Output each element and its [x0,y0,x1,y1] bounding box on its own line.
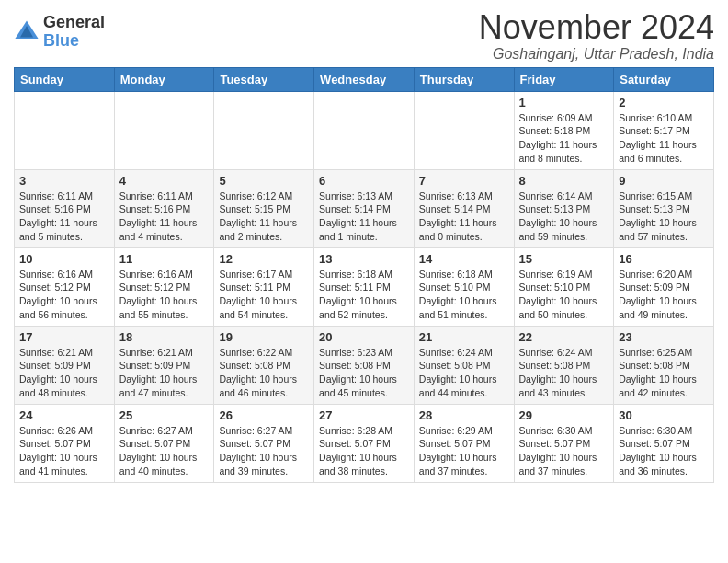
calendar-cell: 8Sunrise: 6:14 AM Sunset: 5:13 PM Daylig… [514,169,614,247]
day-number: 26 [219,408,309,422]
day-number: 28 [419,408,509,422]
calendar-cell: 22Sunrise: 6:24 AM Sunset: 5:08 PM Dayli… [514,326,614,404]
calendar-cell: 26Sunrise: 6:27 AM Sunset: 5:07 PM Dayli… [214,404,314,482]
day-number: 20 [319,330,409,344]
day-number: 1 [519,96,609,109]
calendar-cell: 10Sunrise: 6:16 AM Sunset: 5:12 PM Dayli… [15,247,115,326]
calendar-cell: 5Sunrise: 6:12 AM Sunset: 5:15 PM Daylig… [214,169,314,247]
calendar-cell: 1Sunrise: 6:09 AM Sunset: 5:18 PM Daylig… [514,91,614,169]
day-number: 24 [19,408,109,422]
calendar-cell [314,91,415,169]
day-number: 16 [619,252,709,266]
calendar-header: SundayMondayTuesdayWednesdayThursdayFrid… [15,67,714,91]
logo-text: General Blue [43,14,105,51]
column-header-sunday: Sunday [15,67,115,91]
day-info: Sunrise: 6:13 AM Sunset: 5:14 PM Dayligh… [319,190,409,244]
day-info: Sunrise: 6:11 AM Sunset: 5:16 PM Dayligh… [19,190,109,244]
day-number: 9 [619,174,709,188]
day-info: Sunrise: 6:23 AM Sunset: 5:08 PM Dayligh… [319,346,409,400]
day-info: Sunrise: 6:13 AM Sunset: 5:14 PM Dayligh… [419,190,509,244]
day-info: Sunrise: 6:21 AM Sunset: 5:09 PM Dayligh… [19,346,109,400]
calendar-cell: 30Sunrise: 6:30 AM Sunset: 5:07 PM Dayli… [614,404,714,482]
calendar-cell: 20Sunrise: 6:23 AM Sunset: 5:08 PM Dayli… [314,326,415,404]
week-row-3: 10Sunrise: 6:16 AM Sunset: 5:12 PM Dayli… [15,247,714,326]
day-number: 19 [219,330,309,344]
day-number: 5 [219,174,309,188]
day-number: 10 [19,252,109,266]
calendar-cell: 29Sunrise: 6:30 AM Sunset: 5:07 PM Dayli… [514,404,614,482]
week-row-5: 24Sunrise: 6:26 AM Sunset: 5:07 PM Dayli… [15,404,714,482]
day-number: 30 [619,408,709,422]
day-info: Sunrise: 6:15 AM Sunset: 5:13 PM Dayligh… [619,190,709,244]
calendar-cell: 24Sunrise: 6:26 AM Sunset: 5:07 PM Dayli… [15,404,115,482]
column-header-tuesday: Tuesday [214,67,314,91]
calendar-cell: 28Sunrise: 6:29 AM Sunset: 5:07 PM Dayli… [414,404,514,482]
day-info: Sunrise: 6:27 AM Sunset: 5:07 PM Dayligh… [119,424,210,478]
month-title: November 2024 [479,9,714,46]
day-number: 25 [119,408,210,422]
day-number: 14 [419,252,509,266]
day-number: 2 [619,96,709,109]
day-info: Sunrise: 6:28 AM Sunset: 5:07 PM Dayligh… [319,424,409,478]
day-number: 11 [119,252,210,266]
day-info: Sunrise: 6:21 AM Sunset: 5:09 PM Dayligh… [119,346,210,400]
logo-icon [14,19,40,45]
location-subtitle: Goshainganj, Uttar Pradesh, India [479,46,714,63]
day-info: Sunrise: 6:18 AM Sunset: 5:11 PM Dayligh… [319,268,409,322]
day-number: 4 [119,174,210,188]
calendar-body: 1Sunrise: 6:09 AM Sunset: 5:18 PM Daylig… [15,91,714,482]
logo-blue: Blue [43,32,105,51]
day-info: Sunrise: 6:22 AM Sunset: 5:08 PM Dayligh… [219,346,309,400]
calendar-cell: 4Sunrise: 6:11 AM Sunset: 5:16 PM Daylig… [114,169,214,247]
calendar-cell: 19Sunrise: 6:22 AM Sunset: 5:08 PM Dayli… [214,326,314,404]
day-info: Sunrise: 6:18 AM Sunset: 5:10 PM Dayligh… [419,268,509,322]
calendar-cell: 12Sunrise: 6:17 AM Sunset: 5:11 PM Dayli… [214,247,314,326]
page-header: General Blue November 2024 Goshainganj, … [14,9,714,63]
calendar-cell: 16Sunrise: 6:20 AM Sunset: 5:09 PM Dayli… [614,247,714,326]
day-info: Sunrise: 6:30 AM Sunset: 5:07 PM Dayligh… [519,424,609,478]
title-block: November 2024 Goshainganj, Uttar Pradesh… [479,9,714,63]
calendar-cell: 6Sunrise: 6:13 AM Sunset: 5:14 PM Daylig… [314,169,415,247]
week-row-1: 1Sunrise: 6:09 AM Sunset: 5:18 PM Daylig… [15,91,714,169]
column-header-wednesday: Wednesday [314,67,415,91]
day-number: 7 [419,174,509,188]
day-number: 12 [219,252,309,266]
day-info: Sunrise: 6:12 AM Sunset: 5:15 PM Dayligh… [219,190,309,244]
calendar-cell [114,91,214,169]
day-number: 17 [19,330,109,344]
calendar-cell: 17Sunrise: 6:21 AM Sunset: 5:09 PM Dayli… [15,326,115,404]
day-info: Sunrise: 6:14 AM Sunset: 5:13 PM Dayligh… [519,190,609,244]
column-header-thursday: Thursday [414,67,514,91]
day-info: Sunrise: 6:30 AM Sunset: 5:07 PM Dayligh… [619,424,709,478]
day-number: 27 [319,408,409,422]
calendar-cell [214,91,314,169]
day-info: Sunrise: 6:11 AM Sunset: 5:16 PM Dayligh… [119,190,210,244]
day-info: Sunrise: 6:16 AM Sunset: 5:12 PM Dayligh… [19,268,109,322]
calendar-cell: 18Sunrise: 6:21 AM Sunset: 5:09 PM Dayli… [114,326,214,404]
day-number: 29 [519,408,609,422]
logo-general: General [43,14,105,32]
day-number: 13 [319,252,409,266]
day-info: Sunrise: 6:10 AM Sunset: 5:17 PM Dayligh… [619,111,709,166]
day-info: Sunrise: 6:25 AM Sunset: 5:08 PM Dayligh… [619,346,709,400]
column-header-saturday: Saturday [614,67,714,91]
calendar-cell: 14Sunrise: 6:18 AM Sunset: 5:10 PM Dayli… [414,247,514,326]
calendar-cell: 3Sunrise: 6:11 AM Sunset: 5:16 PM Daylig… [15,169,115,247]
day-number: 18 [119,330,210,344]
header-row: SundayMondayTuesdayWednesdayThursdayFrid… [15,67,714,91]
day-info: Sunrise: 6:27 AM Sunset: 5:07 PM Dayligh… [219,424,309,478]
day-number: 22 [519,330,609,344]
calendar-cell: 9Sunrise: 6:15 AM Sunset: 5:13 PM Daylig… [614,169,714,247]
column-header-monday: Monday [114,67,214,91]
day-info: Sunrise: 6:09 AM Sunset: 5:18 PM Dayligh… [519,111,609,166]
calendar-cell: 23Sunrise: 6:25 AM Sunset: 5:08 PM Dayli… [614,326,714,404]
day-info: Sunrise: 6:26 AM Sunset: 5:07 PM Dayligh… [19,424,109,478]
calendar-cell: 2Sunrise: 6:10 AM Sunset: 5:17 PM Daylig… [614,91,714,169]
day-number: 3 [19,174,109,188]
logo: General Blue [14,14,105,51]
day-number: 8 [519,174,609,188]
week-row-4: 17Sunrise: 6:21 AM Sunset: 5:09 PM Dayli… [15,326,714,404]
day-info: Sunrise: 6:19 AM Sunset: 5:10 PM Dayligh… [519,268,609,322]
day-info: Sunrise: 6:20 AM Sunset: 5:09 PM Dayligh… [619,268,709,322]
calendar-cell: 13Sunrise: 6:18 AM Sunset: 5:11 PM Dayli… [314,247,415,326]
